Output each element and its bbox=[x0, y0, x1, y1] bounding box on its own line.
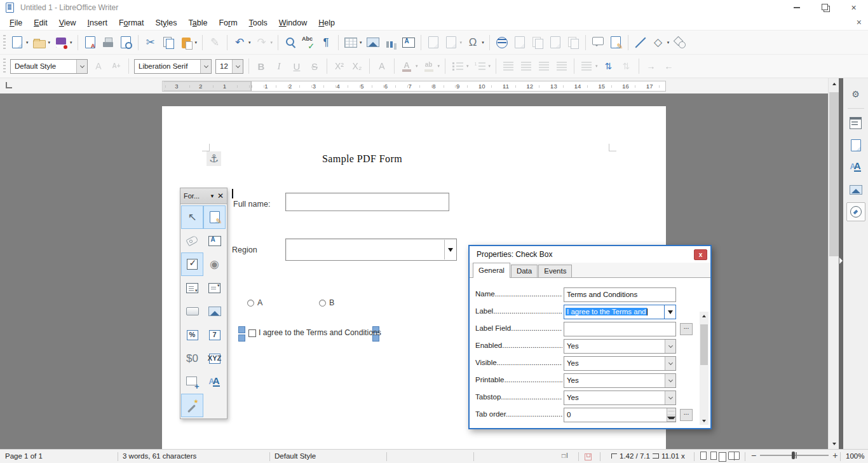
scroll-up-icon[interactable] bbox=[829, 79, 839, 88]
agree-checkbox[interactable] bbox=[248, 329, 256, 337]
print-button[interactable] bbox=[99, 33, 117, 52]
enabled-input[interactable]: Yes bbox=[564, 339, 676, 354]
visible-input[interactable]: Yes bbox=[564, 356, 676, 371]
scroll-down-icon[interactable] bbox=[829, 439, 839, 448]
new-document-button[interactable]: ▾ bbox=[8, 33, 31, 52]
scroll-down-icon[interactable] bbox=[700, 417, 709, 425]
dropdown-arrow-icon[interactable]: ▾ bbox=[482, 40, 484, 45]
select-dropdown-icon[interactable] bbox=[665, 391, 675, 404]
sidebar-settings-button[interactable]: ⚙ bbox=[846, 85, 865, 104]
dialog-close-button[interactable]: x bbox=[694, 249, 707, 260]
formatted-field-button[interactable]: % bbox=[181, 323, 203, 347]
select-dropdown-icon[interactable] bbox=[665, 374, 675, 387]
print-preview-button[interactable] bbox=[117, 33, 135, 52]
zoom-level[interactable]: 100% bbox=[846, 452, 864, 460]
export-pdf-button[interactable] bbox=[81, 33, 99, 52]
design-mode-button[interactable] bbox=[203, 205, 226, 229]
insert-line-button[interactable] bbox=[632, 33, 649, 52]
save-status-icon[interactable] bbox=[585, 453, 592, 460]
close-toolbar-button[interactable]: ✕ bbox=[217, 191, 224, 200]
copy-button[interactable] bbox=[159, 33, 177, 52]
toolbar-grip[interactable] bbox=[3, 59, 6, 74]
dropdown-arrow-icon[interactable]: ▾ bbox=[667, 40, 670, 45]
track-changes-button[interactable] bbox=[607, 33, 625, 52]
spin-up-button[interactable] bbox=[667, 408, 675, 415]
text-box-button[interactable] bbox=[203, 229, 226, 252]
styles-deck-button[interactable] bbox=[846, 158, 865, 177]
image-button-button[interactable] bbox=[203, 300, 226, 323]
dialog-scrollbar[interactable] bbox=[700, 312, 709, 425]
restore-button[interactable] bbox=[811, 0, 839, 15]
push-button-button[interactable] bbox=[181, 300, 203, 323]
navigator-deck-button[interactable] bbox=[846, 202, 865, 221]
menu-help[interactable]: Help bbox=[313, 17, 341, 29]
select-dropdown-icon[interactable] bbox=[665, 340, 675, 353]
tab-events[interactable]: Events bbox=[538, 265, 572, 277]
tab-general[interactable]: General bbox=[473, 263, 510, 278]
sidebar-splitter[interactable] bbox=[839, 78, 843, 449]
wizards-toggle-button[interactable] bbox=[181, 394, 203, 417]
spinner-control[interactable] bbox=[667, 408, 675, 422]
tab-order-input[interactable]: 0 bbox=[564, 408, 676, 422]
undo-button[interactable]: ↶▾ bbox=[231, 33, 253, 52]
special-character-button[interactable]: Ω▾ bbox=[464, 33, 486, 52]
name-input[interactable]: Terms and Conditions bbox=[564, 287, 676, 302]
scrollbar-thumb[interactable] bbox=[829, 92, 839, 256]
single-page-view-icon[interactable] bbox=[700, 452, 707, 460]
page-count[interactable]: Page 1 of 1 bbox=[5, 452, 43, 460]
character-field-button[interactable] bbox=[203, 370, 226, 394]
cut-button[interactable]: ✂ bbox=[142, 33, 159, 52]
close-document-button[interactable]: × bbox=[854, 17, 864, 27]
selection-handle[interactable] bbox=[238, 335, 245, 342]
save-button[interactable]: ▾ bbox=[52, 33, 74, 52]
toolbar-grip[interactable] bbox=[3, 35, 6, 50]
menu-window[interactable]: Window bbox=[273, 17, 313, 29]
label-field-button[interactable] bbox=[181, 229, 203, 252]
full-name-input[interactable] bbox=[285, 193, 449, 211]
font-size-combo[interactable]: 12 bbox=[215, 59, 243, 74]
horizontal-ruler[interactable]: 3211234567891011121314151617 bbox=[162, 81, 666, 92]
scroll-up-icon[interactable] bbox=[700, 312, 709, 320]
option-b-radio[interactable] bbox=[319, 300, 326, 307]
label-field-input[interactable] bbox=[564, 322, 676, 336]
insert-table-button[interactable]: ▾ bbox=[342, 33, 364, 52]
combo-box-button[interactable] bbox=[203, 276, 226, 300]
open-button[interactable]: ▾ bbox=[31, 33, 53, 52]
menu-form[interactable]: Form bbox=[213, 17, 243, 29]
group-box-button[interactable] bbox=[181, 370, 203, 394]
insert-comment-button[interactable] bbox=[589, 33, 607, 52]
zoom-out-button[interactable]: − bbox=[751, 452, 756, 459]
menu-table[interactable]: Table bbox=[183, 17, 214, 29]
region-combo[interactable] bbox=[285, 238, 457, 261]
menu-edit[interactable]: Edit bbox=[28, 17, 53, 29]
dialog-titlebar[interactable]: Properties: Check Box bbox=[470, 246, 710, 263]
chevron-down-icon[interactable] bbox=[76, 60, 87, 73]
menu-styles[interactable]: Styles bbox=[149, 17, 182, 29]
draw-functions-button[interactable] bbox=[671, 33, 689, 52]
insert-textbox-button[interactable] bbox=[400, 33, 417, 52]
tabstop-input[interactable]: Yes bbox=[564, 390, 676, 405]
menu-insert[interactable]: Insert bbox=[82, 17, 113, 29]
insert-chart-button[interactable] bbox=[382, 33, 400, 52]
dropdown-arrow-icon[interactable]: ▾ bbox=[248, 40, 251, 45]
form-toolbar-titlebar[interactable]: For... ▼ ✕ bbox=[180, 188, 227, 204]
close-window-button[interactable]: × bbox=[839, 0, 868, 15]
word-count[interactable]: 3 words, 61 characters bbox=[123, 452, 196, 460]
label-field-more-button[interactable]: ... bbox=[680, 323, 693, 335]
scrollbar-thumb[interactable] bbox=[700, 324, 708, 365]
multi-page-view-icon[interactable] bbox=[710, 452, 717, 460]
menu-view[interactable]: View bbox=[53, 17, 82, 29]
zoom-slider[interactable] bbox=[760, 455, 829, 456]
select-button[interactable]: ↖ bbox=[181, 205, 203, 229]
insert-hyperlink-button[interactable] bbox=[493, 33, 511, 52]
dropdown-arrow-icon[interactable]: ▾ bbox=[26, 40, 29, 45]
tab-stop-selector[interactable] bbox=[6, 82, 12, 88]
combo-dropdown-icon[interactable] bbox=[444, 240, 456, 259]
cursor-position[interactable]: 1.42 / 7.111.01 x bbox=[611, 452, 685, 460]
zoom-slider-thumb[interactable] bbox=[792, 452, 795, 459]
page-style[interactable]: Default Style bbox=[275, 452, 316, 460]
menu-file[interactable]: File bbox=[4, 17, 28, 29]
selection-mode-icon[interactable]: □I bbox=[562, 452, 569, 459]
properties-deck-button[interactable] bbox=[846, 113, 865, 132]
currency-field-button[interactable]: $0 bbox=[181, 347, 203, 370]
